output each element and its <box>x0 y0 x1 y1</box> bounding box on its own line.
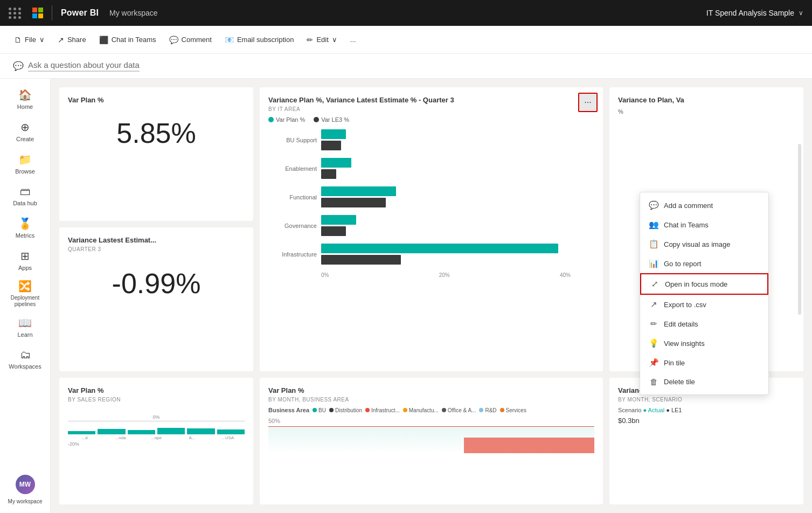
sidebar-item-metrics[interactable]: 🏅 Metrics <box>0 212 50 244</box>
bl-bu-dot: BU <box>313 407 326 413</box>
scrollbar[interactable] <box>798 144 801 314</box>
legend-item-dark: Var LE3 % <box>314 116 349 123</box>
bar-label-busupport: BU Support <box>268 137 317 143</box>
bar-row-functional: Functional <box>268 186 571 207</box>
ctx-focus-mode[interactable]: ⤢ Open in focus mode <box>640 273 768 295</box>
teams-icon: ⬛ <box>99 36 108 44</box>
sidebar-item-browse[interactable]: 📁 Browse <box>0 148 50 180</box>
mini-bar-3 <box>128 430 155 434</box>
sidebar-item-workspaces-label: Workspaces <box>9 363 41 370</box>
sidebar-item-apps[interactable]: ⊞ Apps <box>0 244 50 276</box>
sidebar-item-deployment[interactable]: 🔀 Deployment pipelines <box>0 276 50 311</box>
file-button[interactable]: 🗋 File ∨ <box>9 32 50 47</box>
learn-icon: 📖 <box>18 316 32 329</box>
app-launcher[interactable] <box>9 8 22 19</box>
region-label-1: ...d <box>68 435 101 440</box>
ctx-add-comment[interactable]: 💬 Add a comment <box>640 196 768 215</box>
sidebar-item-apps-label: Apps <box>18 265 32 271</box>
region-label-3: ...ope <box>140 435 173 440</box>
ctx-delete-tile[interactable]: 🗑 Delete tile <box>640 372 768 391</box>
sidebar-item-home[interactable]: 🏠 Home <box>0 83 50 115</box>
tile4-legend: Business Area BU Distribution Infrastruc… <box>268 407 594 413</box>
more-label: ... <box>350 36 356 44</box>
datahub-icon: 🗃 <box>20 185 31 198</box>
ctx-pin-tile[interactable]: 📌 Pin tile <box>640 353 768 372</box>
partial2-value: $0.3bn <box>618 417 795 425</box>
share-icon: ↗ <box>58 36 64 44</box>
chart-tile-main: Variance Plan %, Variance Latest Estimat… <box>260 87 603 371</box>
tile4-subtitle: BY MONTH, BUSINESS AREA <box>268 397 594 403</box>
browse-icon: 📁 <box>18 153 32 166</box>
region-label-4: A... <box>175 435 209 440</box>
edit-button[interactable]: ✏ Edit ∨ <box>301 32 342 47</box>
scenario-label: Scenario <box>618 407 643 413</box>
bar-teal-enablement <box>321 158 351 168</box>
ctx-go-report-label: Go to report <box>664 260 701 268</box>
bar-row-busupport: BU Support <box>268 129 571 150</box>
metrics-icon: 🏅 <box>18 217 32 230</box>
ask-icon: 💬 <box>13 61 24 71</box>
ask-bar: 💬 Ask a question about your data <box>0 54 812 79</box>
partial-content: % <box>618 108 795 115</box>
ctx-copy-visual[interactable]: 📋 Copy visual as image <box>640 234 768 254</box>
workspace-label[interactable]: My workspace <box>109 9 157 17</box>
ctx-chat-teams[interactable]: 👥 Chat in Teams <box>640 215 768 234</box>
sidebar-item-browse-label: Browse <box>15 168 35 175</box>
logo-divider <box>52 5 52 20</box>
comment-button[interactable]: 💬 Comment <box>164 32 217 47</box>
bar-group-functional <box>321 186 571 207</box>
bar-dark-enablement <box>321 169 336 179</box>
bl-office-dot: Office & A... <box>442 407 476 413</box>
sidebar-item-datahub[interactable]: 🗃 Data hub <box>0 180 50 212</box>
chart-subtitle: BY IT AREA <box>268 106 571 112</box>
ctx-edit-details[interactable]: ✏ Edit details <box>640 314 768 334</box>
ctx-edit-details-label: Edit details <box>664 320 698 328</box>
app-name: Power BI <box>61 8 99 18</box>
sidebar-item-create[interactable]: ⊕ Create <box>0 115 50 148</box>
ctx-export-csv[interactable]: ↗ Export to .csv <box>640 295 768 314</box>
user-avatar[interactable]: MW <box>16 475 35 494</box>
go-report-icon: 📊 <box>649 259 658 268</box>
ctx-view-insights[interactable]: 💡 View insights <box>640 334 768 353</box>
bar-label-functional: Functional <box>268 194 317 200</box>
edit-icon: ✏ <box>307 36 313 44</box>
chart-more-button[interactable]: ··· <box>578 93 598 112</box>
bl-rnd-label: R&D <box>485 407 496 413</box>
ctx-go-report[interactable]: 📊 Go to report <box>640 254 768 273</box>
tile4-y-label: 50% <box>268 418 594 424</box>
share-button[interactable]: ↗ Share <box>52 32 92 47</box>
mini-bar-2 <box>98 429 125 434</box>
bl-infra-label: Infrastruct... <box>371 407 400 413</box>
mini-bar-4 <box>157 428 185 434</box>
bl-rnd-dot: R&D <box>479 407 496 413</box>
chart-legend: Var Plan % Var LE3 % <box>268 116 571 123</box>
chat-teams-button[interactable]: ⬛ Chat in Teams <box>94 32 162 47</box>
ctx-add-comment-label: Add a comment <box>664 202 713 210</box>
header-right: IT Spend Analysis Sample ∨ <box>706 9 803 17</box>
edit-label: Edit <box>316 36 328 44</box>
ctx-view-insights-label: View insights <box>664 339 705 348</box>
report-title[interactable]: IT Spend Analysis Sample <box>706 9 794 17</box>
sidebar-item-workspaces[interactable]: 🗂 Workspaces <box>0 343 50 375</box>
sidebar-item-learn[interactable]: 📖 Learn <box>0 311 50 343</box>
bl-services-label: Services <box>506 407 526 413</box>
add-comment-icon: 💬 <box>649 200 658 210</box>
chart-title: Variance Plan %, Variance Latest Estimat… <box>268 96 571 104</box>
region-label-5: ...USA <box>211 435 245 440</box>
bar-dark-governance <box>321 226 346 236</box>
tile4-chart-area <box>268 426 594 453</box>
share-label: Share <box>67 36 86 44</box>
le1-label: ● LE1 <box>666 407 682 413</box>
context-menu: 💬 Add a comment 👥 Chat in Teams 📋 Copy v… <box>640 192 769 395</box>
actual-label: ● Actual <box>643 407 666 413</box>
tile-partial-bottom-right: Variance to Plan, Va BY MONTH, SCENARIO … <box>609 378 803 504</box>
ask-bar-text[interactable]: Ask a question about your data <box>28 60 140 72</box>
more-button[interactable]: ... <box>345 32 362 47</box>
chat-teams-icon: 👥 <box>649 220 658 230</box>
workspaces-icon: 🗂 <box>20 349 31 361</box>
bar-teal-functional <box>321 186 396 196</box>
legend-item-teal: Var Plan % <box>268 116 305 123</box>
bl-office-label: Office & A... <box>448 407 476 413</box>
report-title-chevron[interactable]: ∨ <box>799 9 803 17</box>
email-button[interactable]: 📧 Email subscription <box>219 32 300 47</box>
